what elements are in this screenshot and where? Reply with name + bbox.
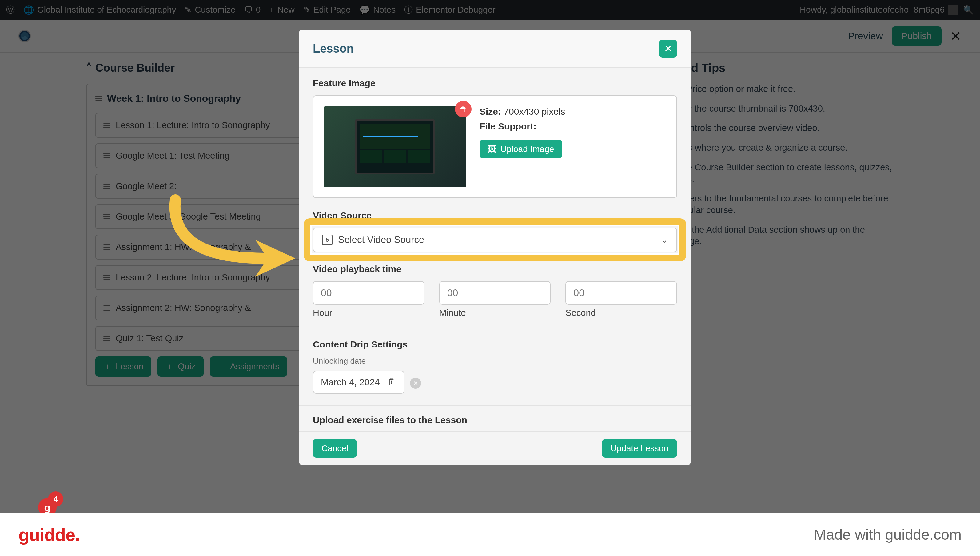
clear-date-button[interactable]: ✕ — [410, 378, 421, 389]
video-source-select[interactable]: 5 Select Video Source ⌄ — [313, 228, 677, 252]
unlocking-date-label: Unlocking date — [313, 356, 677, 366]
guidde-banner: guidde Made with guidde.com — [0, 513, 980, 556]
calendar-icon: 🗓 — [387, 377, 396, 388]
guidde-logo: guidde — [18, 524, 80, 545]
update-lesson-button[interactable]: Update Lesson — [602, 439, 677, 457]
image-size-text: Size: 700x430 pixels — [480, 107, 565, 117]
file-support-text: File Support: — [480, 121, 565, 132]
feature-thumbnail — [324, 107, 466, 187]
unlocking-date-input[interactable]: March 4, 2024 🗓 — [313, 371, 404, 394]
feature-image-label: Feature Image — [313, 78, 677, 89]
modal-title: Lesson — [313, 42, 354, 55]
upload-exercise-label: Upload exercise files to the Lesson — [313, 415, 677, 425]
image-icon: 🖼 — [488, 144, 496, 154]
html5-icon: 5 — [322, 234, 333, 245]
feature-image-box: 🗑 Size: 700x430 pixels File Support: 🖼 U… — [313, 95, 677, 198]
hour-label: Hour — [313, 308, 424, 318]
drip-settings-label: Content Drip Settings — [313, 339, 677, 350]
modal-close-button[interactable]: ✕ — [659, 40, 677, 58]
notification-badge: 4 — [48, 491, 63, 507]
minute-input[interactable] — [439, 281, 551, 305]
chevron-down-icon: ⌄ — [661, 235, 668, 245]
made-with-text: Made with guidde.com — [814, 526, 962, 543]
second-input[interactable] — [565, 281, 677, 305]
hour-input[interactable] — [313, 281, 424, 305]
video-source-label: Video Source — [313, 210, 677, 221]
playback-time-label: Video playback time — [313, 264, 677, 274]
upload-image-button[interactable]: 🖼 Upload Image — [480, 140, 562, 158]
lesson-modal: Lesson ✕ Feature Image 🗑 Size: 700x430 p… — [299, 30, 691, 465]
second-label: Second — [565, 308, 677, 318]
delete-thumbnail-button[interactable]: 🗑 — [455, 101, 472, 118]
cancel-button[interactable]: Cancel — [313, 439, 357, 457]
minute-label: Minute — [439, 308, 551, 318]
